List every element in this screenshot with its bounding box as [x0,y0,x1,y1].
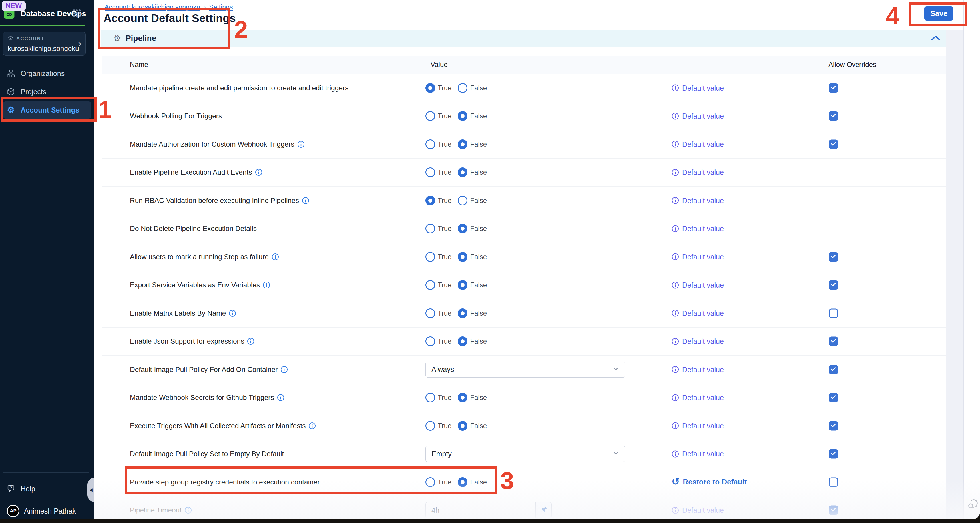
info-icon[interactable] [263,281,270,289]
radio-true[interactable] [425,280,435,290]
collapse-section-chevron-up-icon[interactable] [931,34,940,43]
allow-overrides-checkbox-checked[interactable] [829,505,838,515]
sidebar-user[interactable]: AP Animesh Pathak [7,505,76,517]
radio-false-selected[interactable] [458,280,468,290]
radio-false-selected[interactable] [458,167,468,177]
value-dropdown[interactable]: Empty [425,446,625,462]
default-value-link[interactable]: Default value [671,196,724,205]
radio-label[interactable]: False [470,140,487,148]
radio-true[interactable] [425,111,435,121]
radio-label[interactable]: True [438,84,452,92]
radio-label[interactable]: False [470,281,487,289]
radio-false-selected[interactable] [458,252,468,262]
radio-true-selected[interactable] [425,196,435,206]
default-value-link[interactable]: Default value [671,365,724,373]
allow-overrides-checkbox-checked[interactable] [829,449,838,459]
radio-label[interactable]: False [470,84,487,92]
default-value-link[interactable]: Default value [671,450,724,458]
radio-true-selected[interactable] [425,83,435,93]
radio-false-selected[interactable] [458,421,468,431]
radio-label[interactable]: True [438,112,452,120]
allow-overrides-checkbox-checked[interactable] [829,365,838,374]
default-value-link[interactable]: Default value [671,421,724,430]
info-icon[interactable] [272,253,279,261]
radio-true[interactable] [425,252,435,262]
info-icon[interactable] [229,309,236,317]
default-value-link[interactable]: Default value [671,168,724,177]
radio-true[interactable] [425,308,435,318]
radio-true[interactable] [425,336,435,346]
radio-true[interactable] [425,139,435,149]
radio-label[interactable]: True [438,422,452,430]
radio-false-selected[interactable] [458,224,468,233]
radio-false-selected[interactable] [458,336,468,346]
sidebar-item-organizations[interactable]: Organizations [0,64,94,83]
info-icon[interactable] [185,506,192,514]
default-value-link[interactable]: Default value [671,394,724,402]
allow-overrides-checkbox-checked[interactable] [829,83,838,92]
default-value-link[interactable]: Default value [671,281,724,289]
radio-label[interactable]: True [438,281,452,289]
radio-label[interactable]: False [470,112,487,120]
default-value-link[interactable]: Default value [671,84,724,92]
allow-overrides-checkbox-checked[interactable] [829,421,838,431]
radio-label[interactable]: True [438,253,452,261]
radio-label[interactable]: False [470,168,487,176]
allow-overrides-checkbox-checked[interactable] [829,139,838,149]
radio-label[interactable]: True [438,168,452,176]
allow-overrides-checkbox-checked[interactable] [829,281,838,290]
radio-false[interactable] [458,196,468,206]
sidebar-collapse-handle[interactable]: ◀ [88,478,94,502]
radio-false-selected[interactable] [458,139,468,149]
allow-overrides-checkbox-checked[interactable] [829,112,838,121]
restore-to-default-link[interactable]: ↺Restore to Default [671,477,747,487]
default-value-link[interactable]: Default value [671,506,724,514]
radio-label[interactable]: True [438,225,452,233]
radio-label[interactable]: False [470,394,487,402]
radio-label[interactable]: False [470,225,487,233]
module-switcher-grid-icon[interactable] [73,9,81,19]
info-icon[interactable] [280,366,288,373]
sidebar-item-help[interactable]: ? Help [7,484,35,493]
default-value-link[interactable]: Default value [671,309,724,317]
default-value-link[interactable]: Default value [671,140,724,148]
radio-true[interactable] [425,224,435,233]
radio-false-selected[interactable] [458,393,468,402]
radio-label[interactable]: True [438,309,452,317]
info-icon[interactable] [247,338,255,345]
pin-button[interactable] [536,502,552,518]
timeout-input[interactable]: 4h [425,502,536,518]
radio-label[interactable]: False [470,337,487,345]
default-value-link[interactable]: Default value [671,337,724,346]
radio-false-selected[interactable] [458,308,468,318]
account-scope-card[interactable]: ACCOUNT kurosakiichigo.songoku › [3,32,86,56]
radio-label[interactable]: True [438,394,452,402]
radio-label[interactable]: False [470,422,487,430]
radio-false[interactable] [458,83,468,93]
radio-label[interactable]: True [438,337,452,345]
radio-label[interactable]: False [470,309,487,317]
default-value-link[interactable]: Default value [671,112,724,120]
radio-true[interactable] [425,167,435,177]
radio-label[interactable]: False [470,197,487,205]
radio-false-selected[interactable] [458,111,468,121]
info-icon[interactable] [297,140,305,148]
radio-true[interactable] [425,421,435,431]
info-icon[interactable] [302,197,309,204]
default-value-link[interactable]: Default value [671,253,724,261]
radio-label[interactable]: False [470,253,487,261]
value-dropdown[interactable]: Always [425,362,625,378]
allow-overrides-checkbox-unchecked[interactable] [829,308,838,318]
radio-label[interactable]: True [438,140,452,148]
radio-label[interactable]: True [438,197,452,205]
default-value-link[interactable]: Default value [671,225,724,233]
allow-overrides-checkbox-unchecked[interactable] [829,477,838,487]
info-icon[interactable] [277,394,285,401]
allow-overrides-checkbox-checked[interactable] [829,252,838,262]
info-icon[interactable] [309,422,316,429]
feedback-chat-bubbles-icon[interactable] [966,498,979,512]
radio-true[interactable] [425,393,435,402]
info-icon[interactable] [255,169,262,176]
allow-overrides-checkbox-checked[interactable] [829,336,838,346]
allow-overrides-checkbox-checked[interactable] [829,393,838,402]
